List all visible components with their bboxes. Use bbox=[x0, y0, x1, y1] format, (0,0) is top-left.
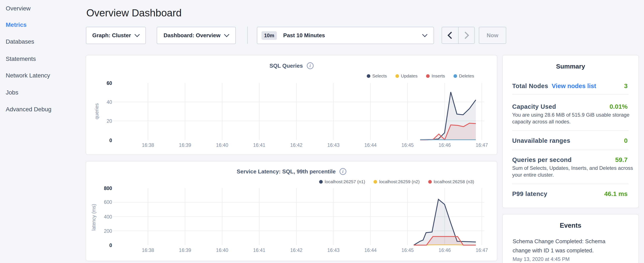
svg-text:16:40: 16:40 bbox=[216, 247, 228, 253]
svg-text:600: 600 bbox=[104, 199, 112, 205]
svg-text:16:45: 16:45 bbox=[402, 247, 414, 253]
svg-text:16:46: 16:46 bbox=[438, 247, 451, 253]
svg-text:16:42: 16:42 bbox=[290, 142, 302, 148]
svg-text:16:46: 16:46 bbox=[438, 142, 451, 148]
svg-text:200: 200 bbox=[104, 228, 112, 234]
svg-text:latency (ms): latency (ms) bbox=[91, 204, 96, 230]
svg-text:16:42: 16:42 bbox=[290, 247, 302, 253]
svg-text:16:45: 16:45 bbox=[402, 142, 414, 148]
svg-text:16:40: 16:40 bbox=[216, 142, 228, 148]
svg-text:16:44: 16:44 bbox=[364, 142, 377, 148]
svg-text:0: 0 bbox=[109, 138, 112, 143]
svg-text:16:43: 16:43 bbox=[327, 142, 340, 148]
svg-text:16:44: 16:44 bbox=[364, 247, 377, 253]
svg-text:queries: queries bbox=[94, 103, 100, 119]
svg-text:16:41: 16:41 bbox=[253, 247, 266, 253]
svg-text:16:47: 16:47 bbox=[476, 247, 488, 253]
svg-text:16:39: 16:39 bbox=[179, 142, 191, 148]
svg-text:40: 40 bbox=[106, 99, 112, 105]
svg-text:16:38: 16:38 bbox=[142, 247, 154, 253]
svg-text:0: 0 bbox=[109, 242, 112, 248]
svg-text:800: 800 bbox=[104, 185, 112, 191]
svg-text:16:39: 16:39 bbox=[179, 247, 191, 253]
svg-text:60: 60 bbox=[106, 80, 112, 86]
svg-text:16:43: 16:43 bbox=[327, 247, 340, 253]
svg-text:400: 400 bbox=[104, 214, 112, 220]
svg-text:16:41: 16:41 bbox=[253, 142, 266, 148]
svg-text:16:38: 16:38 bbox=[142, 142, 154, 148]
svg-text:20: 20 bbox=[106, 118, 112, 124]
svg-text:16:47: 16:47 bbox=[476, 142, 488, 148]
